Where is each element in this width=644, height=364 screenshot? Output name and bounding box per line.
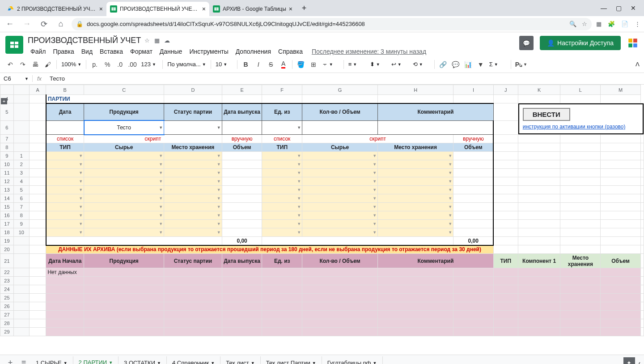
dropdown-arrow-icon[interactable]: ▼: [217, 222, 221, 226]
dropdown-arrow-icon[interactable]: ▼: [159, 162, 163, 167]
data-cell[interactable]: [453, 211, 494, 220]
cloud-icon[interactable]: ☁: [164, 37, 170, 44]
sheet-tab[interactable]: Гуглтаблицы.рф▼: [322, 356, 383, 364]
data-cell[interactable]: ▼: [84, 228, 164, 237]
filter-button[interactable]: ▼: [475, 59, 487, 70]
data-cell[interactable]: ▼: [164, 152, 222, 160]
col-header[interactable]: D: [164, 85, 222, 95]
menu-данные[interactable]: Данные: [157, 47, 185, 56]
data-cell[interactable]: ▼: [302, 194, 378, 203]
paint-format-button[interactable]: 🖌: [42, 59, 54, 70]
menu-вставка[interactable]: Вставка: [97, 47, 126, 56]
data-cell[interactable]: ▼: [164, 203, 222, 211]
col-header[interactable]: F: [262, 85, 302, 95]
browser-tab-1[interactable]: ПРОИЗВОДСТВЕННЫЙ УЧЕТ - G ×: [106, 2, 209, 16]
dropdown-arrow-icon[interactable]: ▼: [79, 171, 83, 175]
dropdown-arrow-icon[interactable]: ▼: [159, 154, 163, 158]
text-color-button[interactable]: A: [278, 59, 289, 70]
data-cell[interactable]: ▼: [164, 186, 222, 194]
col-header[interactable]: B: [46, 85, 84, 95]
menu-правка[interactable]: Правка: [50, 47, 76, 56]
dropdown-arrow-icon[interactable]: ▼: [297, 179, 301, 184]
data-cell[interactable]: ▼: [378, 203, 453, 211]
sheet-tab[interactable]: Тех лист Партии▼: [261, 356, 322, 364]
qty-input[interactable]: [302, 120, 378, 134]
data-cell[interactable]: ▼: [302, 177, 378, 186]
reload-button[interactable]: ⟳: [38, 18, 50, 30]
dropdown-arrow-icon[interactable]: ▼: [217, 162, 221, 167]
data-cell[interactable]: [453, 220, 494, 228]
unit-dropdown[interactable]: ▼: [262, 120, 302, 134]
menu-файл[interactable]: Файл: [28, 47, 48, 56]
forward-button[interactable]: →: [21, 18, 33, 30]
data-cell[interactable]: ▼: [378, 220, 453, 228]
bold-button[interactable]: B: [240, 59, 252, 70]
dropdown-arrow-icon[interactable]: ▼: [217, 154, 221, 158]
menu-дополнения[interactable]: Дополнения: [233, 47, 274, 56]
data-cell[interactable]: ▼: [262, 228, 302, 237]
submit-button[interactable]: ВНЕСТИ: [523, 108, 570, 121]
dropdown-arrow-icon[interactable]: ▼: [373, 196, 377, 201]
side-panel-toggle[interactable]: ‹: [639, 360, 640, 364]
data-cell[interactable]: ▼: [84, 152, 164, 160]
data-cell[interactable]: ▼: [302, 228, 378, 237]
percent-button[interactable]: %: [102, 59, 113, 70]
dropdown-arrow-icon[interactable]: ▼: [297, 213, 301, 218]
dropdown-arrow-icon[interactable]: ▼: [297, 171, 301, 175]
data-cell[interactable]: [453, 177, 494, 186]
col-header[interactable]: I: [453, 85, 494, 95]
dropdown-arrow-icon[interactable]: ▼: [217, 125, 221, 130]
dropdown-arrow-icon[interactable]: ▼: [159, 196, 163, 201]
link-button[interactable]: 🔗: [437, 59, 449, 70]
star-icon[interactable]: ☆: [582, 21, 587, 27]
data-cell[interactable]: ▼: [302, 203, 378, 211]
data-cell[interactable]: ▼: [84, 211, 164, 220]
dropdown-arrow-icon[interactable]: ▼: [217, 188, 221, 192]
dropdown-arrow-icon[interactable]: ▼: [373, 205, 377, 209]
halign-dropdown[interactable]: ≡▼: [347, 61, 367, 68]
extension2-icon[interactable]: 📄: [621, 21, 628, 27]
data-cell[interactable]: ▼: [302, 220, 378, 228]
browser-tab-0[interactable]: 2 ПРОИЗВОДСТВЕННЫЙ УЧЕТ - ×: [4, 2, 106, 16]
dropdown-arrow-icon[interactable]: ▼: [373, 179, 377, 184]
functions-dropdown[interactable]: Σ▼: [487, 61, 508, 68]
new-tab-button[interactable]: +: [298, 2, 310, 14]
zoom-icon[interactable]: 🔍: [569, 21, 576, 27]
extension-icon[interactable]: ▦: [596, 21, 602, 27]
dropdown-arrow-icon[interactable]: ▼: [159, 171, 163, 175]
data-cell[interactable]: ▼: [84, 186, 164, 194]
undo-button[interactable]: ↶: [4, 59, 16, 70]
data-cell[interactable]: ▼: [46, 152, 84, 160]
data-cell[interactable]: [222, 220, 262, 228]
dropdown-arrow-icon[interactable]: ▼: [448, 154, 452, 158]
data-cell[interactable]: ▼: [262, 194, 302, 203]
dropdown-arrow-icon[interactable]: ▼: [79, 230, 83, 235]
sheets-logo[interactable]: [5, 36, 23, 54]
dropdown-arrow-icon[interactable]: ▼: [217, 230, 221, 235]
minimize-icon[interactable]: —: [601, 4, 607, 12]
menu-вид[interactable]: Вид: [79, 47, 95, 56]
dropdown-arrow-icon[interactable]: ▼: [79, 222, 83, 226]
currency-button[interactable]: р.: [89, 59, 101, 70]
data-cell[interactable]: ▼: [46, 211, 84, 220]
data-cell[interactable]: [453, 169, 494, 177]
product-dropdown[interactable]: Тесто▼: [84, 120, 164, 134]
merge-dropdown[interactable]: ⫟▼: [320, 61, 341, 68]
dropdown-arrow-icon[interactable]: ▼: [373, 154, 377, 158]
data-cell[interactable]: ▼: [84, 160, 164, 169]
dropdown-arrow-icon[interactable]: ▼: [373, 162, 377, 167]
data-cell[interactable]: [222, 152, 262, 160]
data-cell[interactable]: ▼: [378, 169, 453, 177]
data-cell[interactable]: [222, 228, 262, 237]
number-format-dropdown[interactable]: 123▼: [139, 61, 160, 68]
dropdown-arrow-icon[interactable]: ▼: [448, 196, 452, 201]
menu-формат[interactable]: Формат: [127, 47, 155, 56]
dropdown-arrow-icon[interactable]: ▼: [297, 162, 301, 167]
valign-dropdown[interactable]: ⬍▼: [368, 61, 389, 68]
name-box[interactable]: C6▼: [0, 75, 33, 82]
col-header[interactable]: G: [302, 85, 378, 95]
close-window-icon[interactable]: ✕: [631, 4, 636, 12]
data-cell[interactable]: ▼: [262, 152, 302, 160]
dropdown-arrow-icon[interactable]: ▼: [217, 196, 221, 201]
dropdown-arrow-icon[interactable]: ▼: [373, 188, 377, 192]
